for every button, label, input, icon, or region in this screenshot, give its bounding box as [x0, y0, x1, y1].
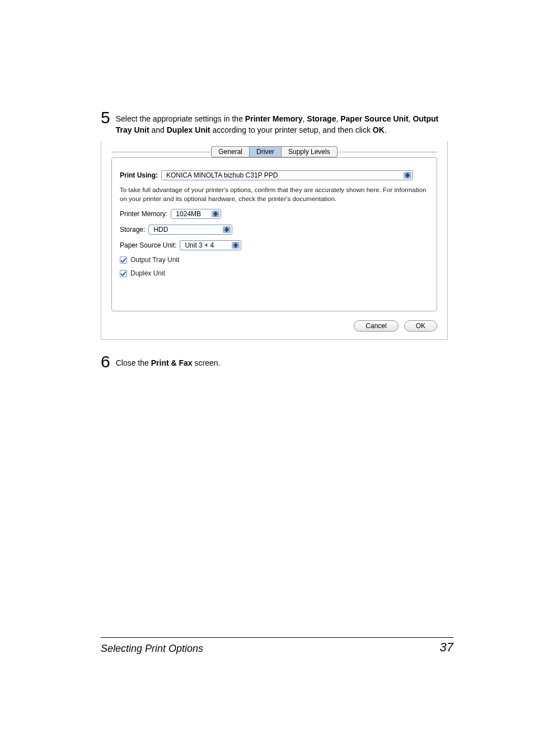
tab-driver[interactable]: Driver: [249, 146, 282, 157]
t: .: [385, 125, 387, 134]
output-tray-label: Output Tray Unit: [130, 256, 179, 264]
printer-memory-row: Printer Memory: 1024MB: [120, 209, 429, 219]
tab-group: General Driver Supply Levels: [211, 146, 337, 157]
t: Close the: [116, 358, 151, 367]
duplex-checkbox[interactable]: [120, 270, 127, 277]
print-using-select[interactable]: KONICA MINOLTA bizhub C31P PPD: [161, 170, 413, 180]
print-using-row: Print Using: KONICA MINOLTA bizhub C31P …: [120, 170, 429, 180]
storage-row: Storage: HDD: [120, 225, 429, 235]
printer-memory-value: 1024MB: [176, 210, 201, 218]
tab-general[interactable]: General: [211, 146, 249, 157]
svg-marker-7: [233, 245, 238, 248]
step-5-text: Select the appropriate settings in the P…: [116, 109, 448, 136]
storage-label: Storage:: [120, 226, 148, 234]
dialog-frame: Print Using: KONICA MINOLTA bizhub C31P …: [111, 157, 437, 311]
printer-memory-label: Printer Memory:: [120, 210, 171, 218]
svg-marker-5: [224, 230, 229, 232]
stepper-icon: [223, 226, 231, 233]
b: Storage: [307, 114, 336, 123]
t: according to your printer setup, and the…: [210, 125, 373, 134]
driver-dialog: General Driver Supply Levels Print Using…: [101, 141, 448, 340]
t: and: [149, 125, 167, 134]
tab-supply-levels[interactable]: Supply Levels: [282, 146, 338, 157]
output-tray-checkbox[interactable]: [120, 256, 127, 264]
storage-select[interactable]: HDD: [148, 225, 232, 235]
t: Select the appropriate settings in the: [116, 114, 245, 123]
stepper-icon: [404, 172, 411, 179]
print-using-value: KONICA MINOLTA bizhub C31P PPD: [166, 171, 278, 179]
step-5: 5 Select the appropriate settings in the…: [101, 109, 448, 136]
step-6: 6 Close the Print & Fax screen.: [101, 353, 448, 370]
svg-marker-3: [213, 214, 218, 217]
step-5-number: 5: [101, 109, 110, 126]
b: Print & Fax: [151, 358, 193, 367]
step-6-number: 6: [101, 353, 110, 370]
paper-source-select[interactable]: Unit 3 + 4: [180, 240, 241, 250]
footer-page-number: 37: [440, 640, 453, 655]
check-icon: [120, 257, 127, 263]
duplex-row: Duplex Unit: [120, 269, 429, 277]
duplex-label: Duplex Unit: [130, 269, 165, 277]
page-footer: Selecting Print Options 37: [101, 637, 453, 655]
output-tray-row: Output Tray Unit: [120, 256, 429, 264]
ok-button[interactable]: OK: [404, 320, 437, 332]
b: Printer Memory: [245, 114, 303, 123]
t: screen.: [193, 358, 221, 367]
cancel-button[interactable]: Cancel: [354, 320, 398, 332]
b: Paper Source Unit: [340, 114, 408, 123]
tab-bar: General Driver Supply Levels: [111, 146, 437, 158]
printer-memory-select[interactable]: 1024MB: [171, 209, 221, 219]
stepper-icon: [232, 242, 240, 249]
stepper-icon: [212, 211, 219, 217]
b: Duplex Unit: [167, 125, 210, 134]
b: OK: [373, 125, 385, 134]
dialog-buttons: Cancel OK: [111, 320, 437, 332]
paper-source-row: Paper Source Unit: Unit 3 + 4: [120, 240, 429, 250]
instructions-text: To take full advantage of your printer's…: [120, 186, 429, 203]
step-6-text: Close the Print & Fax screen.: [116, 353, 221, 369]
paper-source-label: Paper Source Unit:: [120, 241, 180, 249]
print-using-label: Print Using:: [120, 171, 161, 179]
storage-value: HDD: [153, 226, 168, 234]
svg-marker-1: [405, 175, 410, 178]
check-icon: [120, 270, 127, 277]
footer-title: Selecting Print Options: [101, 643, 203, 655]
paper-source-value: Unit 3 + 4: [185, 241, 214, 249]
